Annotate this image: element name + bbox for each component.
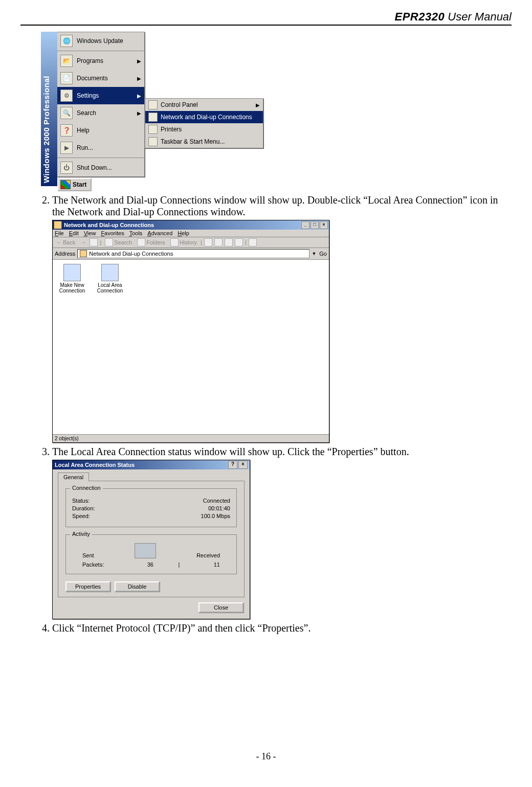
run-icon: ▶: [60, 142, 73, 154]
menu-search[interactable]: 🔍Search▶: [57, 104, 144, 122]
maximize-button[interactable]: □: [311, 221, 319, 229]
figure-status-dialog: Local Area Connection Status ? × General…: [52, 460, 250, 619]
menu-documents[interactable]: 📄Documents▶: [57, 70, 144, 87]
submenu-taskbar[interactable]: Taskbar & Start Menu...: [145, 136, 263, 148]
settings-icon: ⚙: [60, 89, 73, 102]
folder-icon: [80, 250, 87, 257]
figure-start-menu: Windows 2000 Professional 🌐Windows Updat…: [41, 32, 286, 191]
network-icon: [148, 113, 158, 122]
explorer-titlebar[interactable]: Network and Dial-up Connections _ □ ×: [53, 220, 329, 230]
back-button[interactable]: ← Back: [55, 239, 77, 245]
forward-button[interactable]: →: [79, 239, 87, 245]
menu-programs[interactable]: 📂Programs▶: [57, 52, 144, 70]
history-button[interactable]: History: [169, 238, 198, 246]
menu-help[interactable]: Help: [178, 230, 189, 236]
header-model: EPR2320: [394, 10, 445, 23]
explorer-statusbar: 2 object(s): [53, 434, 329, 442]
status-label: Status:: [72, 498, 90, 504]
taskbar-icon: [148, 137, 158, 146]
header-suffix: User Manual: [445, 10, 512, 23]
page-header: EPR2320 User Manual: [20, 10, 512, 26]
explorer-menubar: File Edit View Favorites Tools Advanced …: [53, 230, 329, 237]
close-button[interactable]: ×: [238, 461, 248, 469]
address-input[interactable]: Network and Dial-up Connections: [77, 249, 309, 258]
submenu-printers[interactable]: Printers: [145, 123, 263, 136]
chevron-right-icon: ▶: [137, 76, 141, 81]
close-dialog-button[interactable]: Close: [198, 602, 243, 613]
menu-view[interactable]: View: [84, 230, 96, 236]
received-value: 11: [214, 561, 220, 568]
globe-icon: 🌐: [60, 35, 73, 47]
step-3-text: The Local Area Connection status window …: [52, 446, 409, 457]
speed-label: Speed:: [72, 513, 90, 519]
figure-explorer-window: Network and Dial-up Connections _ □ × Fi…: [52, 220, 329, 443]
status-value: Connected: [203, 498, 230, 504]
icon-make-new-connection[interactable]: Make New Connection: [57, 264, 87, 294]
views-icon[interactable]: [249, 238, 257, 246]
menu-advanced[interactable]: Advanced: [147, 230, 172, 236]
group-activity: Activity Sent Received Packets: 36 | 11: [65, 534, 237, 574]
tool-icon[interactable]: [204, 238, 212, 246]
menu-windows-update[interactable]: 🌐Windows Update: [57, 32, 144, 50]
menu-file[interactable]: File: [55, 230, 64, 236]
minimize-button[interactable]: _: [301, 221, 309, 229]
folders-icon: [137, 238, 145, 246]
step-2-text: The Network and Dial-up Connections wind…: [52, 194, 498, 217]
menu-help[interactable]: ❓Help: [57, 122, 144, 139]
dialog-title: Local Area Connection Status: [55, 462, 135, 468]
history-icon: [170, 238, 179, 246]
menu-shutdown[interactable]: ⏻Shut Down...: [57, 159, 144, 176]
menu-run[interactable]: ▶Run...: [57, 139, 144, 156]
start-button[interactable]: Start: [57, 178, 92, 191]
search-icon: [105, 238, 113, 246]
search-icon: 🔍: [60, 107, 73, 119]
tab-general[interactable]: General: [58, 473, 89, 481]
properties-button[interactable]: Properties: [65, 581, 110, 592]
dropdown-icon[interactable]: ▼: [312, 251, 316, 256]
dialog-panel: Connection Status:Connected Duration:00:…: [58, 481, 245, 597]
sent-value: 36: [147, 561, 153, 568]
menu-edit[interactable]: Edit: [69, 230, 79, 236]
settings-submenu: Control Panel▶ Network and Dial-up Conne…: [145, 98, 263, 148]
shutdown-icon: ⏻: [60, 162, 73, 174]
icon-local-area-connection[interactable]: Local Area Connection: [95, 264, 125, 294]
group-connection: Connection Status:Connected Duration:00:…: [65, 488, 237, 527]
duration-value: 00:01:40: [208, 505, 230, 511]
printer-icon: [148, 125, 158, 134]
wizard-icon: [63, 264, 81, 281]
go-button[interactable]: Go: [318, 251, 327, 257]
folder-icon: [54, 221, 62, 229]
up-icon[interactable]: [90, 238, 98, 246]
submenu-control-panel[interactable]: Control Panel▶: [145, 99, 263, 111]
menu-favorites[interactable]: Favorites: [101, 230, 124, 236]
explorer-addressbar: Address Network and Dial-up Connections …: [53, 248, 329, 260]
chevron-right-icon: ▶: [256, 102, 260, 108]
lan-icon: [101, 264, 119, 281]
tool-icon[interactable]: [214, 238, 223, 246]
address-label: Address: [55, 251, 75, 257]
step-list: The Network and Dial-up Connections wind…: [41, 194, 512, 634]
chevron-right-icon: ▶: [137, 93, 141, 99]
received-label: Received: [196, 552, 220, 558]
undo-icon[interactable]: [235, 238, 243, 246]
packets-label: Packets:: [82, 561, 104, 568]
documents-icon: 📄: [60, 72, 73, 84]
activity-icon: [135, 543, 156, 558]
dialog-titlebar[interactable]: Local Area Connection Status ? ×: [53, 460, 250, 469]
explorer-body: Make New Connection Local Area Connectio…: [53, 260, 329, 434]
start-menu-column: 🌐Windows Update 📂Programs▶ 📄Documents▶ ⚙…: [57, 32, 145, 177]
menu-settings[interactable]: ⚙Settings▶: [57, 87, 144, 104]
help-button[interactable]: ?: [228, 461, 237, 469]
submenu-network-connections[interactable]: Network and Dial-up Connections: [145, 111, 263, 123]
start-menu-band: Windows 2000 Professional: [41, 32, 57, 186]
search-button[interactable]: Search: [103, 238, 134, 246]
duration-label: Duration:: [72, 505, 95, 511]
disable-button[interactable]: Disable: [115, 581, 160, 592]
sent-label: Sent: [82, 552, 94, 558]
folders-button[interactable]: Folders: [136, 238, 167, 246]
menu-tools[interactable]: Tools: [129, 230, 143, 236]
close-button[interactable]: ×: [320, 221, 328, 229]
chevron-right-icon: ▶: [137, 58, 141, 64]
windows-flag-icon: [60, 180, 71, 189]
delete-icon[interactable]: [225, 238, 233, 246]
